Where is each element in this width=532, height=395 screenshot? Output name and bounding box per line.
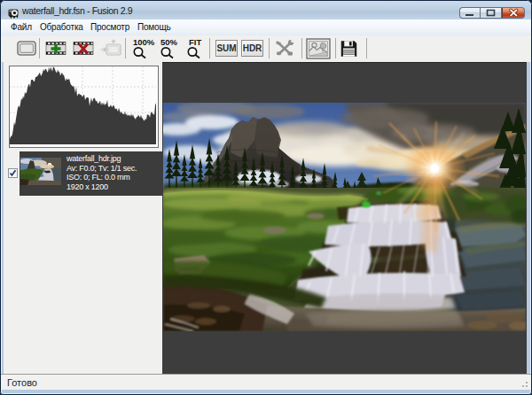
- svg-text:100%: 100%: [133, 37, 155, 47]
- svg-text:50%: 50%: [160, 37, 178, 47]
- svg-text:FIT: FIT: [189, 37, 201, 47]
